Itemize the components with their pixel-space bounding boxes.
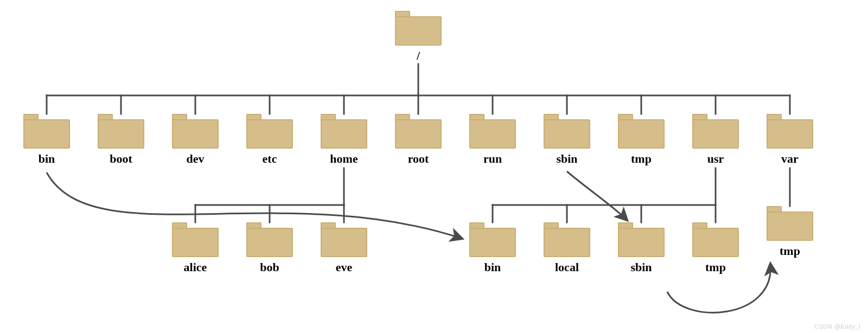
folder-label: etc <box>242 152 297 166</box>
folder-label: tmp <box>614 152 668 166</box>
folder-node-var: var <box>763 114 817 166</box>
folder-label: sbin <box>540 152 594 166</box>
folder-node-run: run <box>465 114 520 166</box>
folder-label: home <box>317 152 371 166</box>
folder-node-home: home <box>317 114 371 166</box>
folder-icon <box>469 114 516 149</box>
folder-node-bin: bin <box>20 114 74 166</box>
folder-label: run <box>465 152 520 166</box>
folder-label: bin <box>20 152 74 166</box>
folder-node-bob: bob <box>242 222 297 274</box>
folder-node-var-tmp: tmp <box>763 206 817 258</box>
folder-label: boot <box>94 152 148 166</box>
folder-icon <box>172 114 219 149</box>
folder-node-dev: dev <box>168 114 222 166</box>
folder-node-usr-bin: bin <box>465 222 520 274</box>
symlink-arrow-sbin-to-usr-sbin <box>567 171 627 220</box>
folder-label: bin <box>465 260 520 274</box>
folder-icon <box>767 114 813 149</box>
folder-icon <box>692 114 739 149</box>
folder-icon <box>246 222 293 257</box>
folder-icon <box>544 222 590 257</box>
folder-icon <box>23 114 70 149</box>
folder-label: sbin <box>614 260 668 274</box>
filesystem-tree-diagram: /binbootdevetchomerootrunsbintmpusrvaral… <box>0 0 868 333</box>
folder-icon <box>246 114 293 149</box>
folder-label: tmp <box>688 260 743 274</box>
folder-icon <box>321 222 367 257</box>
folder-node-alice: alice <box>168 222 222 274</box>
folder-label: root <box>391 152 445 166</box>
folder-node-usr-local: local <box>540 222 594 274</box>
folder-node-usr-sbin: sbin <box>614 222 668 274</box>
folder-icon <box>395 114 442 149</box>
folder-icon <box>618 114 665 149</box>
folder-label: bob <box>242 260 297 274</box>
folder-node-tmp: tmp <box>614 114 668 166</box>
folder-node-etc: etc <box>242 114 297 166</box>
folder-node-root: root <box>391 114 445 166</box>
folder-icon <box>321 114 367 149</box>
folder-label: / <box>391 49 445 63</box>
folder-node-boot: boot <box>94 114 148 166</box>
folder-node-sbin: sbin <box>540 114 594 166</box>
folder-icon <box>172 222 219 257</box>
folder-node-usr: usr <box>688 114 743 166</box>
folder-icon <box>469 222 516 257</box>
folder-icon <box>544 114 590 149</box>
folder-label: usr <box>688 152 743 166</box>
folder-label: var <box>763 152 817 166</box>
folder-label: dev <box>168 152 222 166</box>
folder-label: alice <box>168 260 222 274</box>
folder-icon <box>395 11 442 46</box>
folder-icon <box>618 222 665 257</box>
folder-icon <box>767 206 813 241</box>
folder-node-usr-tmp: tmp <box>688 222 743 274</box>
folder-label: eve <box>317 260 371 274</box>
folder-icon <box>692 222 739 257</box>
watermark: CSDN @Eddy_l <box>814 323 860 330</box>
folder-label: tmp <box>763 244 817 258</box>
folder-label: local <box>540 260 594 274</box>
folder-node-eve: eve <box>317 222 371 274</box>
folder-icon <box>98 114 144 149</box>
folder-node-root: / <box>391 11 445 63</box>
